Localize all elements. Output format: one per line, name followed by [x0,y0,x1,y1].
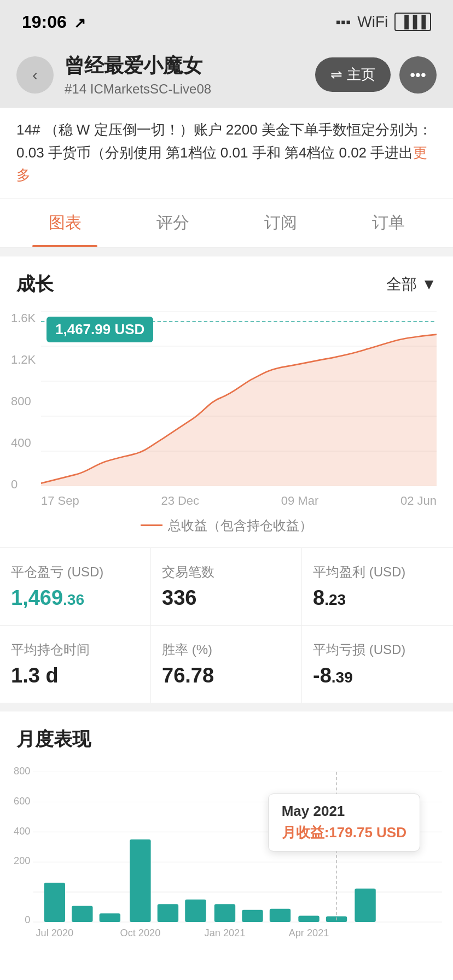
svg-text:Oct 2020: Oct 2020 [120,927,161,938]
svg-rect-26 [270,909,291,922]
stat-hold-time-label: 平均持仓时间 [11,641,140,658]
tab-rating[interactable]: 评分 [119,199,226,247]
svg-rect-25 [242,910,263,922]
account-id: #14 ICMarketsSC-Live08 [65,81,304,97]
tooltip-value: 月收益:179.75 USD [282,823,406,842]
svg-text:Apr 2021: Apr 2021 [289,927,329,938]
tab-chart[interactable]: 图表 [11,199,119,247]
chart-y-labels: 1.6K 1.2K 800 400 0 [11,311,36,508]
notice-bar: 14# （稳 W 定压倒一切！）账户 2200 美金下单手数恒定分别为：0.03… [0,108,453,199]
growth-title: 成长 [16,272,54,297]
chart-legend: 总收益（包含持仓收益） [11,508,442,547]
tooltip-amount: 179.75 USD [329,824,406,841]
home-icon: ⇌ [330,66,342,83]
stat-pnl: 平仓盈亏 (USD) 1,469.36 [0,548,151,626]
tab-orders[interactable]: 订单 [334,199,442,247]
svg-rect-27 [298,915,319,922]
status-bar: 19:06 ↗ ▪▪▪ WiFi ▐▐▐ [0,0,453,44]
notice-text: 14# （稳 W 定压倒一切！）账户 2200 美金下单手数恒定分别为：0.03… [16,121,432,161]
monthly-section: 月度表现 800 600 400 200 0 [0,711,453,980]
svg-text:800: 800 [14,766,30,777]
svg-text:200: 200 [14,855,30,866]
filter-button[interactable]: 全部 ▼ [386,274,437,295]
monthly-title: 月度表现 [16,727,91,752]
home-button[interactable]: ⇌ 主页 [315,57,391,92]
svg-rect-19 [72,906,92,922]
more-button[interactable]: ••• [399,56,437,94]
current-value-badge: 1,467.99 USD [47,317,153,342]
stat-avg-profit-label: 平均盈利 (USD) [313,563,442,581]
header-buttons: ⇌ 主页 ••• [315,56,437,94]
stat-trades-value: 336 [162,586,291,610]
growth-chart-svg-area: 1,467.99 USD [41,311,437,486]
chart-x-labels: 17 Sep 23 Dec 09 Mar 02 Jun [41,494,437,508]
svg-text:0: 0 [25,914,30,925]
growth-header: 成长 全部 ▼ [0,256,453,306]
stat-win-rate: 胜率 (%) 76.78 [151,626,302,703]
stat-avg-profit-value: 8.23 [313,586,442,610]
status-time: 19:06 ↗ [22,12,86,32]
header-title-area: 曾经最爱小魔女 #14 ICMarketsSC-Live08 [65,52,304,97]
stat-avg-profit: 平均盈利 (USD) 8.23 [302,548,453,626]
svg-rect-30 [355,889,375,922]
stat-avg-loss: 平均亏损 (USD) -8.39 [302,626,453,703]
chevron-down-icon: ▼ [421,276,437,293]
svg-text:Jul 2020: Jul 2020 [36,927,73,938]
stat-avg-loss-label: 平均亏损 (USD) [313,641,442,658]
svg-rect-24 [214,904,235,922]
monthly-chart-area: 800 600 400 200 0 [0,761,453,979]
signal-icon: ▪▪▪ [336,14,351,31]
svg-text:600: 600 [14,795,30,806]
account-name: 曾经最爱小魔女 [65,52,304,79]
svg-text:400: 400 [14,825,30,836]
svg-rect-18 [44,883,65,922]
more-dots-icon: ••• [410,66,426,84]
growth-section: 成长 全部 ▼ 1.6K 1.2K 800 400 0 [0,256,453,703]
svg-rect-20 [100,913,120,922]
stat-pnl-label: 平仓盈亏 (USD) [11,563,140,581]
stat-trades: 交易笔数 336 [151,548,302,626]
home-label: 主页 [347,65,375,84]
monthly-tooltip: May 2021 月收益:179.75 USD [268,794,420,851]
chart-legend-label: 总收益（包含持仓收益） [168,517,312,534]
stat-win-rate-label: 胜率 (%) [162,641,291,658]
tab-subscribe[interactable]: 订阅 [226,199,334,247]
location-arrow-icon: ↗ [74,15,86,31]
header: ‹ 曾经最爱小魔女 #14 ICMarketsSC-Live08 ⇌ 主页 ••… [0,44,453,108]
growth-chart-container: 1.6K 1.2K 800 400 0 [0,306,453,547]
stat-avg-loss-value: -8.39 [313,664,442,687]
stat-pnl-value: 1,469.36 [11,586,140,610]
stats-grid: 平仓盈亏 (USD) 1,469.36 交易笔数 336 平均盈利 (USD) … [0,547,453,703]
svg-rect-21 [130,839,150,922]
svg-text:Jan 2021: Jan 2021 [205,927,246,938]
stat-hold-time-value: 1.3 d [11,664,140,687]
battery-icon: ▐▐▐ [394,13,431,31]
tabs: 图表 评分 订阅 订单 [0,199,453,248]
tooltip-date: May 2021 [282,803,406,820]
svg-rect-23 [185,900,206,922]
stat-hold-time: 平均持仓时间 1.3 d [0,626,151,703]
wifi-icon: WiFi [357,13,388,31]
legend-line-icon [141,524,162,526]
status-icons: ▪▪▪ WiFi ▐▐▐ [336,13,431,31]
back-button[interactable]: ‹ [16,56,54,94]
svg-rect-22 [158,904,178,922]
growth-chart: 1.6K 1.2K 800 400 0 [11,311,442,508]
stat-win-rate-value: 76.78 [162,664,291,687]
stat-trades-label: 交易笔数 [162,563,291,581]
monthly-header: 月度表现 [0,711,453,761]
